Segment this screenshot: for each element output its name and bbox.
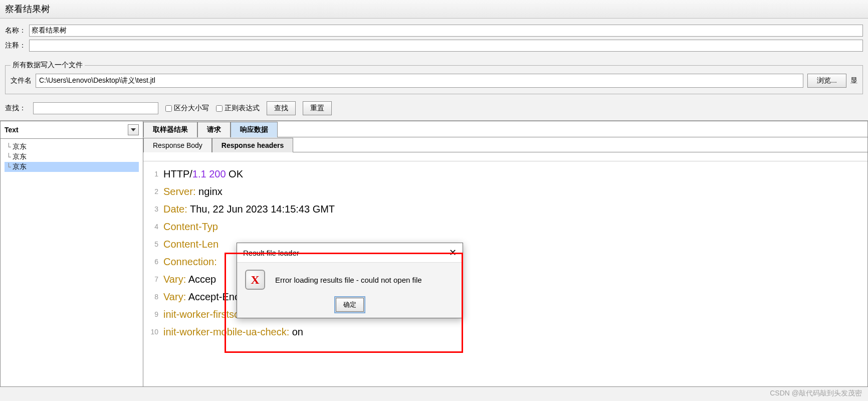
watermark: CSDN @敲代码敲到头发茂密	[770, 389, 862, 398]
case-checkbox[interactable]	[165, 105, 172, 112]
tree-item[interactable]: └ 京东	[5, 142, 139, 152]
dialog-title: Result file loader	[243, 249, 299, 257]
tree-item[interactable]: └ 京东	[5, 162, 139, 172]
tree-item-label: 京东	[13, 142, 27, 151]
regex-checkbox-text: 正则表达式	[225, 104, 260, 113]
window-title: 察看结果树	[0, 0, 868, 19]
search-bar: 查找： 区分大小写 正则表达式 查找 重置	[5, 101, 863, 115]
tree-combo-label: Text	[5, 126, 19, 134]
search-label: 查找：	[5, 104, 26, 113]
chevron-down-icon[interactable]	[128, 124, 139, 135]
case-checkbox-text: 区分大小写	[174, 104, 209, 113]
comment-label: 注释：	[5, 41, 29, 50]
tree-body: └ 京东└ 京东└ 京东	[1, 139, 143, 386]
close-icon[interactable]: ✕	[449, 247, 457, 258]
reset-button[interactable]: 重置	[303, 101, 332, 115]
header-line: Date: Thu, 22 Jun 2023 14:15:43 GMT	[163, 200, 335, 218]
mini-toolbar	[143, 152, 867, 161]
tree-panel: Text └ 京东└ 京东└ 京东	[0, 121, 143, 387]
regex-checkbox[interactable]	[216, 105, 223, 112]
regex-checkbox-label[interactable]: 正则表达式	[216, 104, 260, 113]
primary-tab[interactable]: 响应数据	[231, 122, 278, 137]
file-fieldset: 所有数据写入一个文件 文件名 浏览... 显	[5, 61, 863, 94]
error-dialog: Result file loader ✕ X Error loading res…	[237, 243, 463, 318]
comment-input[interactable]	[29, 40, 863, 52]
header-form: 名称： 注释：	[0, 19, 868, 58]
line-gutter: 12345678910	[143, 165, 163, 386]
case-checkbox-label[interactable]: 区分大小写	[165, 104, 209, 113]
find-button[interactable]: 查找	[267, 101, 296, 115]
file-input[interactable]	[36, 74, 803, 88]
name-label: 名称：	[5, 26, 29, 35]
dialog-message: Error loading results file - could not o…	[275, 276, 422, 284]
browse-button[interactable]: 浏览...	[807, 74, 846, 88]
error-icon: X	[245, 270, 265, 290]
extra-trunc-label: 显	[850, 76, 857, 85]
header-line: Server: nginx	[163, 183, 335, 200]
header-line: HTTP/1.1 200 OK	[163, 165, 335, 183]
fieldset-legend: 所有数据写入一个文件	[11, 61, 85, 70]
tree-combo[interactable]: Text	[1, 121, 143, 139]
search-input[interactable]	[33, 102, 158, 114]
dialog-ok-button[interactable]: 确定	[336, 298, 364, 312]
file-label: 文件名	[11, 76, 32, 85]
tree-item[interactable]: └ 京东	[5, 152, 139, 162]
tree-item-label: 京东	[13, 162, 27, 171]
tree-item-label: 京东	[13, 152, 27, 161]
primary-tab[interactable]: 取样器结果	[143, 122, 197, 137]
secondary-tab[interactable]: Response headers	[212, 138, 294, 152]
secondary-tab[interactable]: Response Body	[143, 138, 212, 152]
header-line: Content-Typ	[163, 218, 335, 236]
name-input[interactable]	[29, 25, 863, 37]
primary-tabs: 取样器结果请求响应数据	[143, 121, 867, 137]
primary-tab[interactable]: 请求	[197, 122, 231, 137]
header-line: init-worker-mobile-ua-check: on	[163, 323, 335, 341]
secondary-tabs: Response BodyResponse headers	[143, 137, 867, 152]
